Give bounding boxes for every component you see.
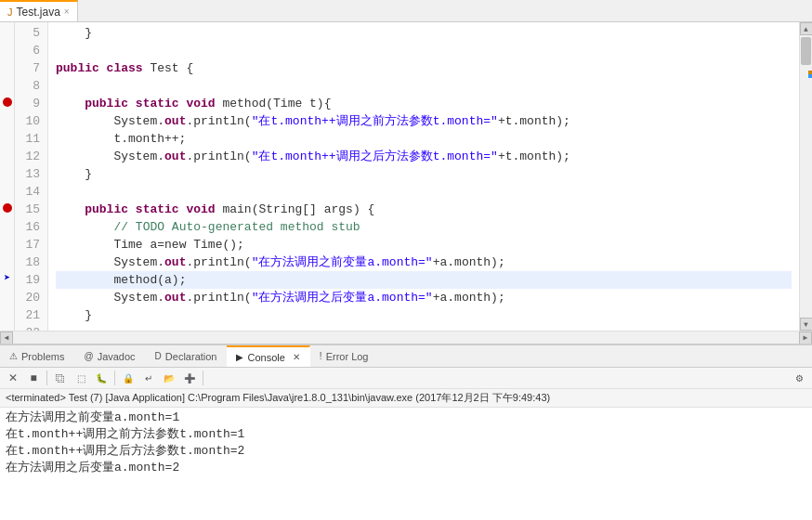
scroll-up-button[interactable]: ▲	[800, 22, 813, 35]
code-line-15: public static void main(String[] args) {	[56, 201, 792, 218]
scroll-left-button[interactable]: ◀	[0, 332, 13, 344]
line-number-13: 13	[19, 165, 40, 183]
console-output-line-1: 在方法调用之前变量a.month=1	[6, 410, 806, 426]
console-header: <terminated> Test (7) [Java Application]…	[0, 389, 812, 408]
bottom-tab-javadoc[interactable]: @Javadoc	[74, 345, 145, 367]
line-number-7: 7	[19, 59, 40, 77]
editor-container: J Test.java × ➤ 567891011121314151617181…	[0, 0, 812, 344]
code-line-21: }	[56, 306, 792, 324]
line-number-19: 19	[19, 271, 40, 289]
gutter-item-13	[0, 163, 14, 181]
code-line-5: }	[56, 24, 792, 42]
paste-button[interactable]: ⬚	[72, 369, 90, 387]
line-number-8: 8	[19, 77, 40, 95]
gutter-item-20	[0, 287, 14, 305]
vertical-scrollbar[interactable]: ▲ ▼	[799, 22, 812, 331]
line-number-5: 5	[19, 24, 40, 42]
code-line-16: // TODO Auto-generated method stub	[56, 218, 792, 236]
gutter-item-12	[0, 146, 14, 163]
scroll-lock-button[interactable]: 🔒	[119, 369, 138, 387]
stop-button[interactable]: ■	[24, 369, 43, 387]
line-number-22: 22	[19, 324, 40, 331]
line-number-15: 15	[19, 201, 40, 218]
gutter-item-22	[0, 322, 14, 331]
code-line-8	[56, 77, 792, 95]
code-line-17: Time a=new Time();	[56, 236, 792, 254]
gutter-item-6	[0, 40, 14, 58]
editor-tab-label: Test.java	[17, 6, 60, 19]
declaration-tab-icon: D	[155, 351, 162, 361]
line-number-18: 18	[19, 254, 40, 271]
gutter-item-15	[0, 199, 14, 216]
code-line-19: method(a);	[56, 271, 792, 289]
code-line-7: public class Test {	[56, 59, 792, 77]
scrollbar-thumb[interactable]	[801, 37, 811, 65]
console-header-text: <terminated> Test (7) [Java Application]…	[6, 392, 550, 403]
toolbar-separator-1	[46, 370, 47, 385]
line-number-17: 17	[19, 236, 40, 254]
javadoc-tab-icon: @	[84, 351, 93, 361]
word-wrap-button[interactable]: ↵	[139, 369, 158, 387]
debug-button[interactable]: 🐛	[92, 369, 111, 387]
line-number-11: 11	[19, 130, 40, 148]
scroll-annotation-2	[808, 74, 812, 78]
toolbar-separator-3	[203, 370, 203, 385]
java-file-icon: J	[7, 6, 13, 18]
line-number-20: 20	[19, 289, 40, 306]
console-tab-close[interactable]: ✕	[293, 352, 300, 362]
line-number-6: 6	[19, 42, 40, 59]
bottom-tab-bar: ⚠Problems@JavadocDDeclaration▶Console✕!E…	[0, 345, 812, 368]
gutter-item-11	[0, 128, 14, 146]
bottom-tab-errorlog[interactable]: !Error Log	[310, 345, 379, 367]
bottom-tab-console[interactable]: ▶Console✕	[227, 345, 309, 367]
code-line-11: t.month++;	[56, 130, 792, 148]
javadoc-tab-label: Javadoc	[98, 351, 136, 362]
console-output: 在方法调用之前变量a.month=1在t.month++调用之前方法参数t.mo…	[0, 408, 812, 520]
horizontal-scrollbar[interactable]: ◀ ▶	[0, 331, 812, 344]
breakpoint-icon	[3, 203, 12, 213]
code-line-9: public static void method(Time t){	[56, 95, 792, 112]
open-console-button[interactable]: 📂	[160, 369, 178, 387]
bottom-tab-declaration[interactable]: DDeclaration	[146, 345, 228, 367]
new-console-button[interactable]: ➕	[180, 369, 199, 387]
scroll-down-button[interactable]: ▼	[800, 318, 813, 331]
current-line-arrow: ➤	[4, 271, 10, 285]
tab-close-button[interactable]: ×	[64, 6, 70, 17]
console-output-line-3: 在t.month++调用之后方法参数t.month=2	[6, 443, 806, 460]
scrollbar-track[interactable]	[800, 35, 812, 318]
console-output-line-2: 在t.month++调用之前方法参数t.month=1	[6, 426, 806, 443]
console-tab-icon: ▶	[236, 352, 243, 362]
editor-tab-testjava[interactable]: J Test.java ×	[0, 0, 78, 21]
code-line-22	[56, 324, 792, 331]
line-number-14: 14	[19, 183, 40, 201]
bottom-tab-problems[interactable]: ⚠Problems	[0, 345, 74, 367]
breakpoint-icon	[3, 98, 12, 107]
code-line-13: }	[56, 165, 792, 183]
copy-button[interactable]: ⿻	[51, 369, 70, 387]
gutter-item-5	[0, 22, 14, 40]
bottom-panel: ⚠Problems@JavadocDDeclaration▶Console✕!E…	[0, 344, 812, 520]
scroll-right-button[interactable]: ▶	[799, 332, 812, 344]
gutter-item-21	[0, 305, 14, 322]
console-toolbar: ✕ ■ ⿻ ⬚ 🐛 🔒 ↵ 📂 ➕ ⚙	[0, 368, 812, 389]
problems-tab-label: Problems	[21, 351, 64, 362]
declaration-tab-label: Declaration	[165, 351, 217, 362]
line-number-12: 12	[19, 148, 40, 165]
gutter-item-8	[0, 75, 14, 93]
code-area[interactable]: }public class Test { public static void …	[48, 22, 799, 331]
gutter-column: ➤	[0, 22, 15, 331]
errorlog-tab-label: Error Log	[326, 351, 369, 362]
gutter-item-9	[0, 93, 14, 110]
gutter-item-14	[0, 181, 14, 199]
code-line-10: System.out.println("在t.month++调用之前方法参数t.…	[56, 112, 792, 130]
settings-button[interactable]: ⚙	[790, 369, 808, 387]
h-scrollbar-track[interactable]	[13, 332, 799, 344]
errorlog-tab-icon: !	[320, 351, 322, 361]
clear-console-button[interactable]: ✕	[4, 369, 22, 387]
gutter-item-10	[0, 110, 14, 128]
gutter-item-17	[0, 234, 14, 252]
line-number-9: 9	[19, 95, 40, 112]
code-line-6	[56, 42, 792, 59]
gutter-item-16	[0, 216, 14, 234]
problems-tab-icon: ⚠	[9, 351, 18, 361]
